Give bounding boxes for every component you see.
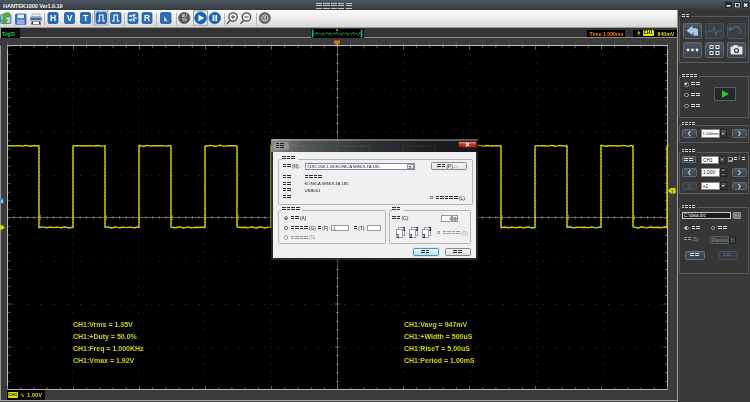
svg-text:T: T <box>83 13 89 23</box>
svg-text:H: H <box>50 13 56 23</box>
svg-text:V: V <box>67 13 73 23</box>
svg-text:R: R <box>144 13 150 23</box>
svg-text:TO: TO <box>182 18 187 22</box>
